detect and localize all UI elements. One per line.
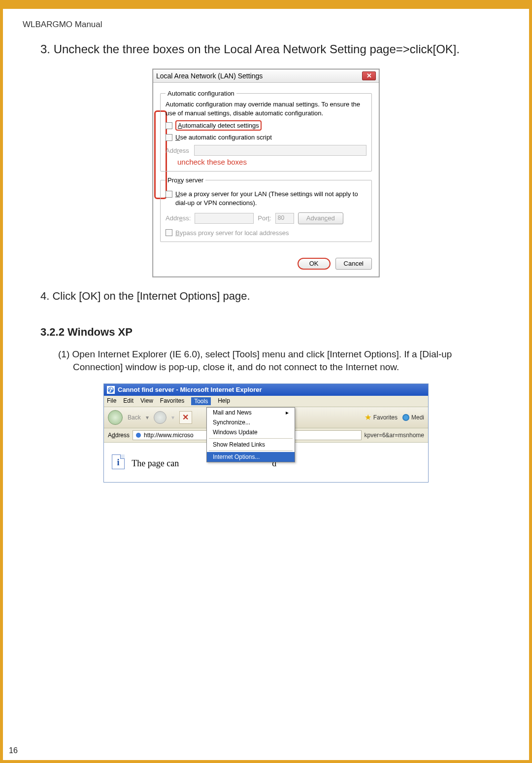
address-label: Address (108, 432, 130, 439)
dialog-actions: OK Cancel (153, 253, 379, 277)
page-number: 16 (9, 746, 18, 755)
media-icon (402, 414, 409, 421)
proxy-port-input[interactable]: 80 (275, 213, 294, 224)
content-text-left: The page can (132, 458, 179, 468)
checkbox-icon[interactable] (166, 191, 172, 198)
address-input[interactable] (194, 145, 366, 156)
lan-dialog: Local Area Network (LAN) Settings ✕ Auto… (153, 69, 379, 277)
menu-item-internet-options[interactable]: Internet Options... (207, 452, 295, 462)
label-address: Address (166, 147, 189, 154)
step-3-text: Uncheck the three boxes on the Local Are… (54, 42, 460, 56)
ie-window: Cannot find server - Microsoft Internet … (103, 383, 429, 483)
star-icon: ★ (365, 413, 371, 422)
label-port: Port: (258, 214, 271, 222)
checkbox-icon[interactable] (166, 122, 172, 129)
advanced-button[interactable]: Advanced (298, 212, 343, 224)
lan-dialog-screenshot: Local Area Network (LAN) Settings ✕ Auto… (20, 69, 512, 277)
ok-button[interactable]: OK (298, 258, 331, 270)
menu-item-synchronize[interactable]: Synchronize... (207, 417, 295, 427)
info-page-icon: i (112, 454, 125, 469)
body-1-text: Open Internet Explorer (IE 6.0), select … (72, 349, 452, 372)
dialog-titlebar: Local Area Network (LAN) Settings ✕ (153, 69, 379, 83)
dropdown-arrow-icon[interactable]: ▾ (171, 414, 174, 421)
step-4: 4. Click [OK] on the [Internet Options] … (40, 289, 484, 304)
ie-titlebar: Cannot find server - Microsoft Internet … (104, 384, 428, 396)
body-1-number: (1) (58, 349, 72, 359)
dropdown-arrow-icon[interactable]: ▾ (146, 414, 149, 421)
auto-config-description: Automatic configuration may override man… (166, 100, 366, 117)
address-fragment: kpver=6&ar=msnhome (365, 432, 424, 439)
label-bypass: Bypass proxy server for local addresses (175, 229, 289, 237)
menu-file[interactable]: File (107, 397, 116, 405)
close-icon[interactable]: ✕ (362, 71, 376, 80)
menu-item-mail-news[interactable]: Mail and News▸ (207, 408, 295, 417)
submenu-arrow-icon: ▸ (286, 409, 289, 416)
menu-separator (209, 438, 293, 439)
ie-lower: Back ▾ ▾ ✕ ★ Favorites Medi Address (104, 407, 428, 482)
label-use-proxy: Use a proxy server for your LAN (These s… (175, 190, 366, 207)
menu-edit[interactable]: Edit (123, 397, 133, 405)
menu-separator (209, 451, 293, 451)
annotation-uncheck-text: uncheck these boxes (177, 158, 366, 166)
ie-page-icon (135, 432, 142, 439)
label-proxy-address: Address: (166, 214, 191, 222)
page-header: WLBARGMO Manual (23, 20, 512, 30)
manual-page: WLBARGMO Manual 3. Uncheck the three box… (0, 0, 532, 763)
dialog-body: Automatic configuration Automatic config… (153, 83, 379, 252)
group-automatic-configuration: Automatic configuration Automatic config… (160, 90, 372, 172)
checkbox-use-script-row[interactable]: Use automatic configuration script (166, 134, 366, 141)
proxy-address-input[interactable] (195, 213, 254, 224)
ie-logo-icon (107, 386, 115, 394)
ie-screenshot: Cannot find server - Microsoft Internet … (20, 383, 512, 483)
address-row: Address (166, 145, 366, 156)
menu-favorites[interactable]: Favorites (160, 397, 184, 405)
ie-menubar: File Edit View Favorites Tools Help (104, 396, 428, 407)
checkbox-use-proxy-row[interactable]: Use a proxy server for your LAN (These s… (166, 190, 366, 207)
toolbar-media[interactable]: Medi (402, 414, 424, 421)
back-label[interactable]: Back (128, 414, 141, 421)
step-3: 3. Uncheck the three boxes on the Local … (40, 41, 484, 57)
menu-item-related-links[interactable]: Show Related Links (207, 440, 295, 450)
menu-item-windows-update[interactable]: Windows Update (207, 427, 295, 437)
legend-auto-config: Automatic configuration (166, 90, 236, 97)
section-heading-3-2-2: 3.2.2 Windows XP (40, 326, 512, 339)
checkbox-auto-detect-row[interactable]: Automatically detect settings (166, 120, 366, 131)
label-auto-detect: Automatically detect settings (175, 120, 262, 131)
address-text: http://www.microso (144, 432, 194, 439)
tools-dropdown: Mail and News▸ Synchronize... Windows Up… (206, 407, 295, 462)
step-4-text: Click [OK] on the [Internet Options] pag… (52, 290, 250, 302)
label-use-script: Use automatic configuration script (175, 134, 272, 141)
menu-help[interactable]: Help (218, 397, 230, 405)
menu-tools[interactable]: Tools (191, 397, 211, 405)
group-proxy-server: Proxy server Use a proxy server for your… (160, 176, 372, 242)
checkbox-icon[interactable] (166, 229, 172, 236)
svg-point-2 (136, 433, 141, 438)
checkbox-bypass-row[interactable]: Bypass proxy server for local addresses (166, 229, 366, 237)
back-button-icon[interactable] (108, 410, 123, 425)
cancel-button[interactable]: Cancel (335, 258, 372, 270)
stop-button-icon[interactable]: ✕ (179, 411, 192, 424)
proxy-address-row: Address: Port: 80 Advanced (166, 212, 366, 224)
legend-proxy: Proxy server (166, 176, 205, 184)
step-4-number: 4. (40, 290, 52, 302)
body-paragraph-1: (1) Open Internet Explorer (IE 6.0), sel… (58, 348, 492, 373)
checkbox-icon[interactable] (166, 134, 172, 141)
step-3-number: 3. (40, 42, 54, 56)
ie-title-text: Cannot find server - Microsoft Internet … (118, 386, 262, 393)
forward-button-icon[interactable] (154, 411, 166, 424)
menu-view[interactable]: View (140, 397, 153, 405)
dialog-title: Local Area Network (LAN) Settings (156, 72, 263, 80)
toolbar-favorites[interactable]: ★ Favorites (365, 413, 398, 422)
